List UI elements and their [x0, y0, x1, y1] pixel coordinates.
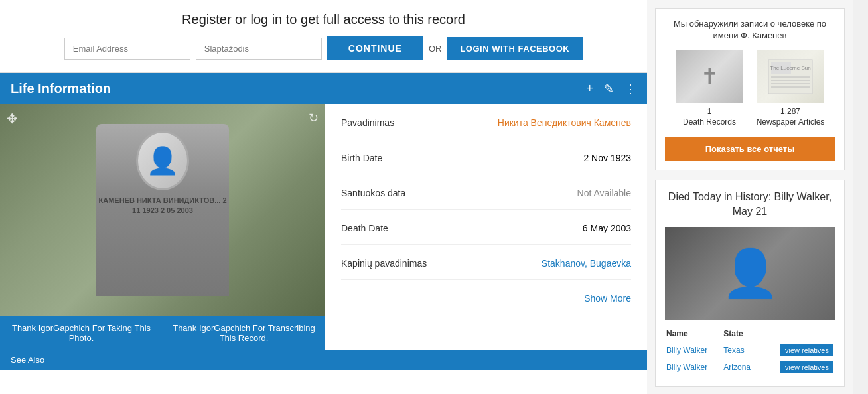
register-form: CONTINUE OR LOGIN WITH FACEBOOK — [13, 36, 634, 60]
life-info-header: Life Information + ✎ ⋮ — [0, 73, 647, 104]
photo-section: ✥ ↻ 👤 КАМЕНЕВ НИКТА ВИНИДИКТОВ... 2 11 1… — [0, 104, 325, 350]
show-reports-button[interactable]: Показать все отчеты — [665, 137, 835, 161]
detail-value-marriage: Not Available — [577, 188, 631, 198]
detail-value-name: Никита Венедиктович Каменев — [498, 117, 631, 128]
newspaper-record-label: 1,287 Newspaper Articles — [754, 107, 827, 127]
table-row: Billy Walker Arizona view relatives — [666, 360, 833, 375]
life-info-actions: + ✎ ⋮ — [586, 82, 636, 96]
detail-row-birth: Birth Date 2 Nov 1923 — [341, 153, 631, 174]
died-today-title: Died Today in History: Billy Walker, May… — [665, 190, 835, 220]
grave-stone: 👤 КАМЕНЕВ НИКТА ВИНИДИКТОВ... 2 11 1923 … — [96, 124, 229, 296]
person-name-1[interactable]: Billy Walker — [666, 342, 722, 358]
email-field[interactable] — [64, 38, 190, 60]
svg-text:The Lucerne Sun: The Lucerne Sun — [770, 65, 810, 71]
records-box: Мы обнаружили записи о человеке по имени… — [655, 8, 845, 170]
death-record-item: ✝ 1 Death Records — [673, 50, 746, 127]
person-state-1[interactable]: Texas — [723, 342, 760, 358]
edit-icon[interactable]: ✎ — [604, 82, 614, 96]
detail-value-cemetery: Stakhanov, Bugaevka — [542, 258, 631, 269]
register-title: Register or log in to get full access to… — [13, 12, 634, 27]
newspaper-record-item: The Lucerne Sun 1,287 Newspaper Articles — [754, 50, 827, 127]
detail-row-marriage: Santuokos data Not Available — [341, 188, 631, 210]
grave-overlay: 👤 КАМЕНЕВ НИКТА ВИНИДИКТОВ... 2 11 1923 … — [0, 104, 325, 316]
cross-icon: ✝ — [701, 64, 719, 89]
portrait-circle: 👤 — [136, 131, 189, 190]
table-header-row: Name State — [666, 329, 833, 341]
life-info-title: Life Information — [11, 81, 111, 96]
detail-row-death: Death Date 6 May 2003 — [341, 223, 631, 245]
view-relatives-button-2[interactable]: view relatives — [780, 361, 833, 373]
detail-label-marriage: Santuokos data — [341, 188, 405, 198]
show-more-button[interactable]: Show More — [341, 293, 631, 304]
continue-button[interactable]: CONTINUE — [327, 36, 423, 60]
person-name-2[interactable]: Billy Walker — [666, 360, 722, 375]
facebook-login-button[interactable]: LOGIN WITH FACEBOOK — [447, 37, 583, 60]
name-header: Name — [666, 329, 722, 341]
state-header: State — [723, 329, 760, 341]
life-info-body: ✥ ↻ 👤 КАМЕНЕВ НИКТА ВИНИДИКТОВ... 2 11 1… — [0, 104, 647, 350]
add-icon[interactable]: + — [586, 82, 593, 96]
sidebar: Мы обнаружили записи о человеке по имени… — [647, 0, 853, 394]
newspaper-record-thumb: The Lucerne Sun — [757, 50, 824, 103]
detail-label-birth: Birth Date — [341, 153, 382, 163]
grave-inscription: КАМЕНЕВ НИКТА ВИНИДИКТОВ... 2 11 1923 2 … — [96, 196, 229, 216]
died-today-box: Died Today in History: Billy Walker, May… — [655, 180, 845, 387]
password-field[interactable] — [196, 38, 322, 60]
or-label: OR — [429, 44, 442, 54]
died-today-photo: 👤 — [665, 227, 835, 320]
detail-value-birth: 2 Nov 1923 — [583, 153, 631, 163]
records-items: ✝ 1 Death Records — [665, 50, 835, 127]
portrait-icon: 👤 — [146, 145, 179, 176]
more-icon[interactable]: ⋮ — [624, 82, 636, 96]
view-relatives-action-2: view relatives — [762, 360, 834, 375]
see-also-label: See Also — [11, 355, 44, 365]
view-relatives-button-1[interactable]: view relatives — [780, 344, 833, 356]
table-row: Billy Walker Texas view relatives — [666, 342, 833, 358]
thank-transcribe-bar[interactable]: Thank IgorGapchich For Transcribing This… — [163, 316, 325, 350]
detail-label-cemetery: Kapinių pavadinimas — [341, 258, 427, 269]
thank-photo-bar[interactable]: Thank IgorGapchich For Taking This Photo… — [0, 316, 163, 350]
detail-row-cemetery: Kapinių pavadinimas Stakhanov, Bugaevka — [341, 258, 631, 280]
detail-row-name: Pavadinimas Никита Венедиктович Каменев — [341, 117, 631, 139]
register-banner: Register or log in to get full access to… — [0, 0, 647, 73]
thank-bars: Thank IgorGapchich For Taking This Photo… — [0, 316, 325, 350]
death-record-label: 1 Death Records — [673, 107, 746, 127]
records-title: Мы обнаружили записи о человеке по имени… — [665, 18, 835, 42]
grave-photo: ✥ ↻ 👤 КАМЕНЕВ НИКТА ВИНИДИКТОВ... 2 11 1… — [0, 104, 325, 316]
person-silhouette-icon: 👤 — [721, 246, 779, 300]
died-today-table: Name State Billy Walker Texas view relat… — [665, 328, 835, 377]
see-also-bar: See Also — [0, 350, 647, 370]
detail-label-name: Pavadinimas — [341, 117, 394, 128]
detail-label-death: Death Date — [341, 223, 388, 233]
newspaper-icon: The Lucerne Sun — [767, 58, 814, 95]
detail-value-death: 6 May 2003 — [583, 223, 631, 233]
details-section: Pavadinimas Никита Венедиктович Каменев … — [325, 104, 647, 350]
person-state-2[interactable]: Arizona — [723, 360, 760, 375]
death-record-thumb: ✝ — [676, 50, 743, 103]
view-relatives-action-1: view relatives — [762, 342, 834, 358]
